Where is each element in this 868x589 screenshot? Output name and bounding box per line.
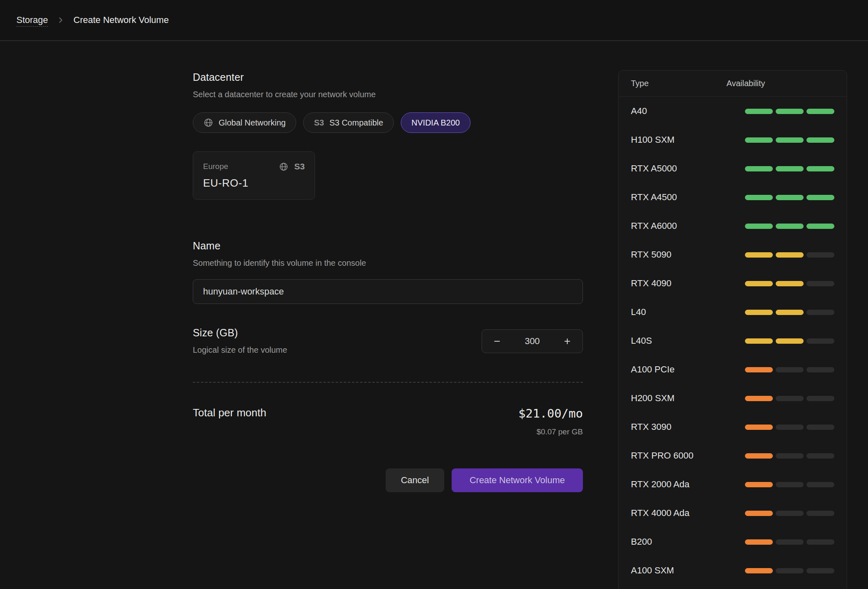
availability-bar-segment bbox=[806, 338, 834, 344]
availability-meter bbox=[745, 367, 834, 372]
availability-bar-segment bbox=[745, 281, 773, 286]
gpu-type-label: A100 PCIe bbox=[631, 364, 674, 375]
availability-bar-segment bbox=[745, 453, 773, 459]
gpu-type-label: RTX 4000 Ada bbox=[631, 508, 690, 518]
availability-bar-segment bbox=[776, 224, 804, 229]
size-decrement-button[interactable]: − bbox=[487, 332, 507, 350]
gpu-type-label: RTX A4500 bbox=[631, 192, 677, 203]
availability-meter bbox=[745, 281, 834, 286]
gpu-type-label: H200 SXM bbox=[631, 393, 674, 404]
availability-meter bbox=[745, 511, 834, 516]
availability-bar-segment bbox=[776, 396, 804, 401]
filter-chip-nvidia-b200[interactable]: NVIDIA B200 bbox=[401, 112, 471, 133]
divider bbox=[193, 382, 583, 383]
availability-meter bbox=[745, 166, 834, 171]
availability-bar-segment bbox=[776, 252, 804, 258]
availability-bar-segment bbox=[776, 511, 804, 516]
gpu-type-label: RTX A6000 bbox=[631, 221, 677, 231]
availability-bar-segment bbox=[776, 109, 804, 114]
availability-meter bbox=[745, 396, 834, 401]
availability-row: A40 bbox=[619, 97, 847, 126]
filter-chip-label: NVIDIA B200 bbox=[411, 118, 460, 128]
availability-row: RTX A5000 bbox=[619, 154, 847, 183]
total-price: $21.00/mo bbox=[519, 406, 583, 420]
availability-meter bbox=[745, 252, 834, 258]
volume-name-input[interactable] bbox=[193, 279, 583, 304]
gpu-type-label: A40 bbox=[631, 106, 647, 116]
globe-icon bbox=[203, 118, 213, 128]
availability-bar-segment bbox=[776, 539, 804, 545]
datacenter-name: EU-RO-1 bbox=[203, 177, 305, 189]
availability-bar-segment bbox=[806, 166, 834, 171]
datacenter-title: Datacenter bbox=[193, 71, 583, 83]
availability-bar-segment bbox=[806, 281, 834, 286]
name-subtitle: Something to identify this volume in the… bbox=[193, 258, 583, 268]
gpu-type-label: RTX PRO 6000 bbox=[631, 450, 693, 461]
availability-bar-segment bbox=[745, 166, 773, 171]
availability-bar-segment bbox=[776, 482, 804, 487]
filter-chip-global-networking[interactable]: Global Networking bbox=[193, 112, 296, 133]
gpu-type-label: B200 bbox=[631, 536, 652, 547]
availability-bar-segment bbox=[745, 224, 773, 229]
cancel-button[interactable]: Cancel bbox=[386, 468, 444, 492]
availability-rows: A40H100 SXMRTX A5000RTX A4500RTX A6000RT… bbox=[619, 97, 847, 585]
availability-meter bbox=[745, 224, 834, 229]
availability-bar-segment bbox=[806, 224, 834, 229]
size-increment-button[interactable]: + bbox=[557, 332, 578, 350]
size-section: Size (GB) Logical size of the volume − 3… bbox=[193, 327, 583, 355]
datacenter-card-badges: S3 bbox=[279, 162, 305, 171]
availability-bar-segment bbox=[776, 310, 804, 315]
availability-meter bbox=[745, 109, 834, 114]
availability-bar-segment bbox=[745, 137, 773, 143]
availability-bar-segment bbox=[806, 453, 834, 459]
form-actions: Cancel Create Network Volume bbox=[193, 468, 583, 492]
availability-bar-segment bbox=[745, 109, 773, 114]
availability-table-header: Type Availability bbox=[619, 71, 847, 97]
filter-chip-label: S3 Compatible bbox=[329, 118, 383, 128]
size-stepper: − 300 + bbox=[482, 329, 583, 353]
availability-bar-segment bbox=[776, 166, 804, 171]
availability-bar-segment bbox=[745, 396, 773, 401]
availability-bar-segment bbox=[776, 338, 804, 344]
availability-bar-segment bbox=[776, 137, 804, 143]
availability-meter bbox=[745, 453, 834, 459]
availability-meter bbox=[745, 539, 834, 545]
create-network-volume-page: Storage Create Network Volume Datacenter… bbox=[0, 0, 868, 589]
availability-row: RTX 5090 bbox=[619, 240, 847, 269]
availability-row: L40S bbox=[619, 326, 847, 355]
availability-meter bbox=[745, 137, 834, 143]
gpu-type-label: L40 bbox=[631, 307, 646, 317]
availability-bar-segment bbox=[806, 511, 834, 516]
gpu-type-label: RTX A5000 bbox=[631, 163, 677, 174]
availability-row: H200 SXM bbox=[619, 384, 847, 413]
availability-bar-segment bbox=[745, 338, 773, 344]
availability-bar-segment bbox=[745, 568, 773, 573]
availability-bar-segment bbox=[745, 195, 773, 200]
s3-icon: S3 bbox=[314, 118, 324, 128]
availability-bar-segment bbox=[806, 109, 834, 114]
availability-bar-segment bbox=[806, 539, 834, 545]
gpu-type-label: RTX 4090 bbox=[631, 278, 672, 289]
availability-meter bbox=[745, 425, 834, 430]
availability-row: H100 SXM bbox=[619, 126, 847, 154]
type-column-header: Type bbox=[631, 79, 726, 88]
availability-row: RTX 2000 Ada bbox=[619, 470, 847, 499]
name-section: Name Something to identify this volume i… bbox=[193, 240, 583, 304]
filter-chip-s3-compatible[interactable]: S3 S3 Compatible bbox=[303, 112, 394, 133]
availability-meter bbox=[745, 568, 834, 573]
gpu-type-label: H100 SXM bbox=[631, 135, 674, 145]
datacenter-card-eu-ro-1[interactable]: Europe S3 EU-RO-1 bbox=[193, 151, 315, 200]
availability-bar-segment bbox=[776, 367, 804, 372]
create-network-volume-button[interactable]: Create Network Volume bbox=[452, 468, 583, 492]
availability-bar-segment bbox=[745, 310, 773, 315]
availability-row: B200 bbox=[619, 527, 847, 556]
availability-row: A100 PCIe bbox=[619, 355, 847, 384]
breadcrumb-storage-link[interactable]: Storage bbox=[16, 15, 48, 25]
availability-bar-segment bbox=[776, 453, 804, 459]
availability-bar-segment bbox=[745, 367, 773, 372]
availability-bar-segment bbox=[745, 425, 773, 430]
availability-bar-segment bbox=[776, 568, 804, 573]
availability-bar-segment bbox=[806, 252, 834, 258]
availability-bar-segment bbox=[806, 367, 834, 372]
page-title: Create Network Volume bbox=[73, 15, 169, 25]
